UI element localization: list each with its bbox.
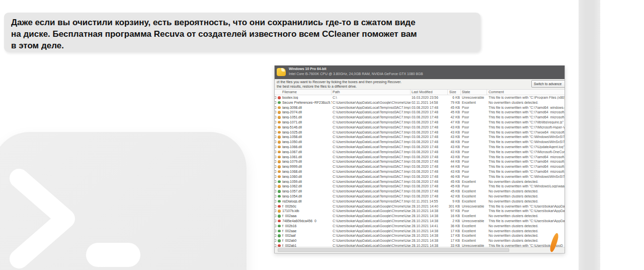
table-row[interactable]: f_002b16 C:\Users\bokar\AppData\Local\Go…	[275, 224, 565, 229]
table-row[interactable]: f_002aaf C:\Users\bokar\AppData\Local\Go…	[275, 233, 565, 238]
table-row[interactable]: nsDialogs.dll C:\Users\bokar\AppData\Loc…	[275, 199, 565, 204]
table-row[interactable]: f_002b0c C:\Users\bokar\AppData\Local\Go…	[275, 204, 565, 209]
cell-last-modified: 03.08.2020 17:48	[412, 150, 445, 154]
cell-state: Unrecoverable	[462, 205, 488, 208]
table-row[interactable]: lang-1079.dll C:\Users\bokar\AppData\Loc…	[275, 159, 565, 164]
cell-state: Excellent	[462, 214, 488, 218]
row-checkbox[interactable]	[275, 190, 276, 192]
row-checkbox[interactable]	[275, 180, 276, 183]
state-status-icon	[278, 210, 281, 213]
cell-comment: This file is overwritten with "C:\?\amd6…	[489, 170, 565, 173]
cell-path: C:\Users\bokar\AppData\Local\Temp\nsd3AC…	[333, 125, 411, 129]
cell-last-modified: 02.11.2021 14:58	[412, 101, 445, 104]
cell-comment: This file is overwritten with "C:\?\amd6…	[489, 110, 565, 114]
table-row[interactable]: lang-1051.dll C:\Users\bokar\AppData\Loc…	[275, 115, 565, 120]
column-header-last-modified[interactable]: Last Modified	[412, 90, 433, 94]
row-checkbox[interactable]	[275, 165, 276, 168]
state-status-icon	[278, 180, 281, 183]
cell-path: C:\Users\bokar\AppData\Local\Temp\nsd3AC…	[333, 170, 411, 173]
cell-last-modified: 28.10.2021 14:38	[412, 229, 445, 233]
table-row[interactable]: lang-3098.dll C:\Users\bokar\AppData\Loc…	[275, 105, 565, 110]
row-checkbox[interactable]	[275, 116, 276, 118]
table-row[interactable]: f_002ab0 C:\Users\bokar\AppData\Local\Go…	[275, 238, 565, 243]
table-row[interactable]: lang-1068.dll C:\Users\bokar\AppData\Loc…	[275, 169, 565, 174]
row-checkbox[interactable]	[275, 230, 276, 232]
table-row[interactable]: lang-9999.dll C:\Users\bokar\AppData\Loc…	[275, 164, 565, 169]
column-header-comment[interactable]: Comment	[489, 90, 504, 94]
table-row[interactable]: lang-1066.dll C:\Users\bokar\AppData\Loc…	[275, 145, 565, 150]
table-row[interactable]: lang-1050.dll C:\Users\bokar\AppData\Loc…	[275, 140, 565, 145]
cell-filename: lang-1066.dll	[282, 145, 332, 149]
cell-state: Unrecoverable	[462, 219, 488, 223]
table-row[interactable]: 17107b.ldb C:\Users\bokar\AppData\Local\…	[275, 209, 565, 214]
table-row[interactable]: f_002aae C:\Users\bokar\AppData\Local\Go…	[275, 229, 565, 234]
row-checkbox[interactable]	[275, 136, 276, 138]
column-header-state[interactable]: State	[462, 90, 470, 94]
row-checkbox[interactable]	[275, 205, 276, 208]
table-row[interactable]: lang-1058.dll C:\Users\bokar\AppData\Loc…	[275, 134, 565, 140]
row-checkbox[interactable]	[275, 111, 276, 113]
cell-path: C:\Users\bokar\AppData\Local\Temp\nsd3AC…	[333, 150, 411, 154]
table-row[interactable]: Secure Preferences~RF236cc9.T... C:\User…	[275, 100, 565, 105]
cell-filename: lang-1050.dll	[282, 140, 332, 144]
cell-path: C:\Users\bokar\AppData\Local\Temp\nsd3AC…	[333, 106, 411, 109]
row-checkbox[interactable]	[275, 239, 276, 242]
row-checkbox[interactable]	[275, 185, 276, 187]
switch-to-advanced-button[interactable]: Switch to advance	[531, 80, 565, 88]
cell-comment: This file is overwritten with "C:\?\amd6…	[489, 115, 565, 119]
cell-filename: f_002aaa	[282, 214, 332, 218]
table-row[interactable]: lang-2074.dll C:\Users\bokar\AppData\Loc…	[275, 110, 565, 115]
column-header-path[interactable]: Path	[333, 90, 340, 94]
cell-filename: 7485e4a609dca456_0	[282, 219, 332, 223]
table-row[interactable]: lang-1067.dll C:\Users\bokar\AppData\Loc…	[275, 150, 565, 155]
row-checkbox[interactable]	[275, 170, 276, 173]
cell-last-modified: 03.08.2020 17:48	[412, 155, 445, 159]
row-checkbox[interactable]	[275, 121, 276, 123]
table-row[interactable]: lang-1025.dll C:\Users\bokar\AppData\Loc…	[275, 130, 565, 135]
row-checkbox[interactable]	[275, 215, 276, 217]
terminal-dash-icon	[86, 243, 140, 267]
cell-size: 79 KB	[444, 101, 460, 104]
scrollbar-thumb[interactable]	[278, 248, 509, 252]
row-checkbox[interactable]	[275, 96, 276, 99]
row-checkbox[interactable]	[275, 106, 276, 109]
table-row[interactable]: lang-1059.dll C:\Users\bokar\AppData\Loc…	[275, 179, 565, 184]
row-checkbox[interactable]	[275, 126, 276, 128]
row-checkbox[interactable]	[275, 225, 276, 227]
table-row[interactable]: lang-1054.dll C:\Users\bokar\AppData\Loc…	[275, 194, 565, 199]
state-status-icon	[278, 200, 281, 203]
state-status-icon	[278, 165, 281, 168]
table-row[interactable]: lang-1060.dll C:\Users\bokar\AppData\Loc…	[275, 174, 565, 179]
table-row[interactable]: lang-1071.dll C:\Users\bokar\AppData\Loc…	[275, 120, 565, 125]
table-row[interactable]: lang-1061.dll C:\Users\bokar\AppData\Loc…	[275, 155, 565, 160]
row-checkbox[interactable]	[275, 156, 276, 158]
row-checkbox[interactable]	[275, 175, 276, 178]
table-row[interactable]: 7485e4a609dca456_0 C:\Users\bokar\AppDat…	[275, 219, 565, 224]
column-header-size[interactable]: Size	[449, 90, 456, 94]
horizontal-scrollbar[interactable]	[275, 247, 565, 252]
cell-comment: No overwritten clusters detected.	[489, 214, 565, 218]
row-checkbox[interactable]	[275, 131, 276, 133]
table-row[interactable]: bootex.log C:\ 16.03.2020 23:56 6 KB Unr…	[275, 95, 565, 100]
row-checkbox[interactable]	[275, 220, 276, 222]
row-checkbox[interactable]	[275, 195, 276, 197]
cell-state: Unrecoverable	[462, 96, 488, 99]
row-checkbox[interactable]	[275, 234, 276, 237]
row-checkbox[interactable]	[275, 151, 276, 153]
table-row[interactable]: lang-5146.dll C:\Users\bokar\AppData\Loc…	[275, 125, 565, 130]
row-checkbox[interactable]	[275, 141, 276, 143]
cell-last-modified: 03.08.2020 17:48	[412, 106, 445, 109]
table-row[interactable]: f_002aaa C:\Users\bokar\AppData\Local\Go…	[275, 214, 565, 219]
row-checkbox[interactable]	[275, 101, 276, 104]
row-checkbox[interactable]	[275, 200, 276, 202]
table-row[interactable]: lang-1062.dll C:\Users\bokar\AppData\Loc…	[275, 184, 565, 189]
row-checkbox[interactable]	[275, 210, 276, 212]
column-header-filename[interactable]: Filename	[282, 90, 297, 94]
cell-state: Poor	[462, 110, 488, 114]
row-checkbox[interactable]	[275, 146, 276, 148]
row-checkbox[interactable]	[275, 160, 276, 163]
cell-size: 48 KB	[444, 140, 460, 144]
table-row[interactable]: lang-1057.dll C:\Users\bokar\AppData\Loc…	[275, 189, 565, 194]
cell-filename: lang-1051.dll	[282, 115, 332, 119]
cell-filename: lang-1062.dll	[282, 184, 332, 188]
